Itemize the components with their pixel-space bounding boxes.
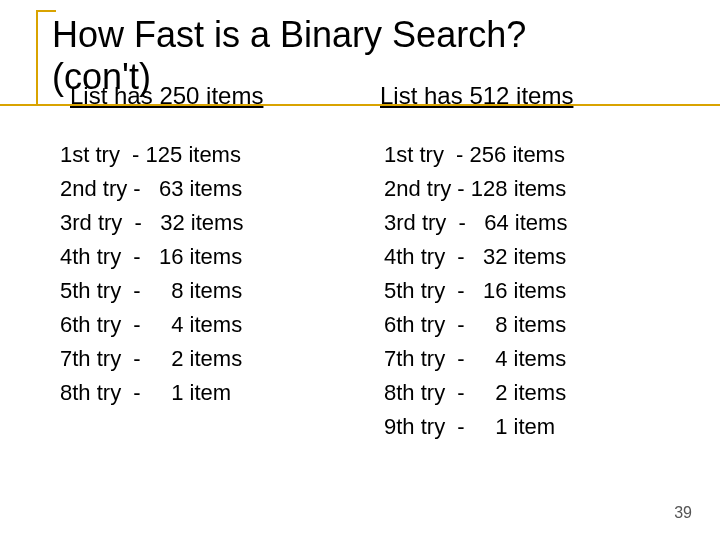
accent-rule-left <box>36 10 38 106</box>
right-list: 1st try - 256 items 2nd try - 128 items … <box>384 138 567 444</box>
slide: How Fast is a Binary Search? (con't) Lis… <box>0 0 720 540</box>
title-line-1: How Fast is a Binary Search? <box>52 14 526 55</box>
accent-rule-top <box>36 10 56 12</box>
page-number: 39 <box>674 504 692 522</box>
left-list: 1st try - 125 items 2nd try - 63 items 3… <box>60 138 243 410</box>
right-list-heading: List has 512 items <box>380 82 573 110</box>
left-list-heading: List has 250 items <box>70 82 263 110</box>
